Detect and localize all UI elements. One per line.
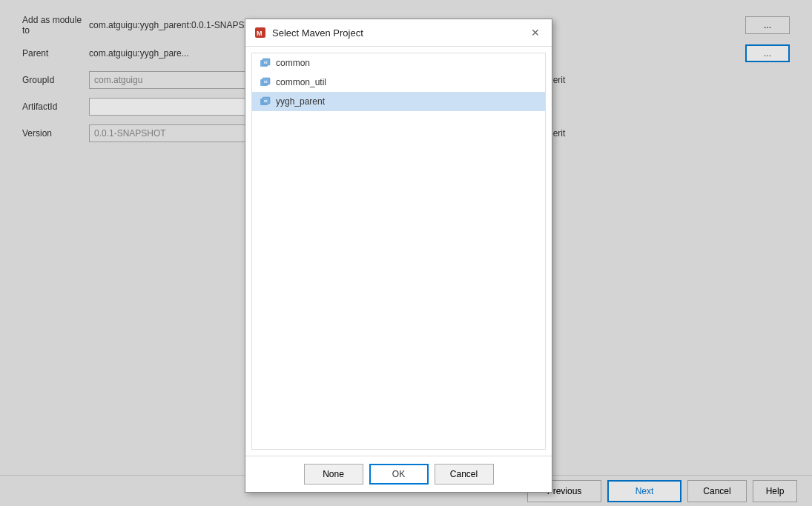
project-item-yygh-parent[interactable]: m yygh_parent [252, 92, 545, 111]
project-icon-yygh-parent: m [260, 96, 271, 107]
project-icon-common: m [260, 57, 271, 69]
project-item-common-util[interactable]: m common_util [252, 73, 545, 92]
project-name-common: common [276, 58, 310, 68]
modal-footer: None OK Cancel [245, 456, 552, 492]
project-name-yygh-parent: yygh_parent [276, 96, 325, 107]
select-maven-project-modal: M Select Maven Project ✕ m common m comm… [245, 19, 552, 493]
project-item-common[interactable]: m common [252, 53, 545, 73]
svg-text:M: M [257, 30, 263, 37]
svg-text:m: m [264, 99, 268, 103]
modal-title-area: M Select Maven Project [254, 27, 363, 39]
project-list[interactable]: m common m common_util m yygh_parent [251, 53, 546, 450]
modal-close-button[interactable]: ✕ [528, 25, 543, 40]
cancel-button-modal[interactable]: Cancel [435, 464, 494, 485]
ok-button[interactable]: OK [369, 464, 429, 485]
maven-icon: M [254, 27, 266, 39]
svg-text:m: m [264, 60, 268, 64]
svg-text:m: m [264, 79, 268, 84]
project-name-common-util: common_util [276, 77, 326, 87]
modal-title-text: Select Maven Project [272, 27, 363, 39]
none-button[interactable]: None [304, 464, 363, 485]
project-icon-common-util: m [260, 76, 271, 88]
modal-titlebar: M Select Maven Project ✕ [245, 19, 552, 47]
